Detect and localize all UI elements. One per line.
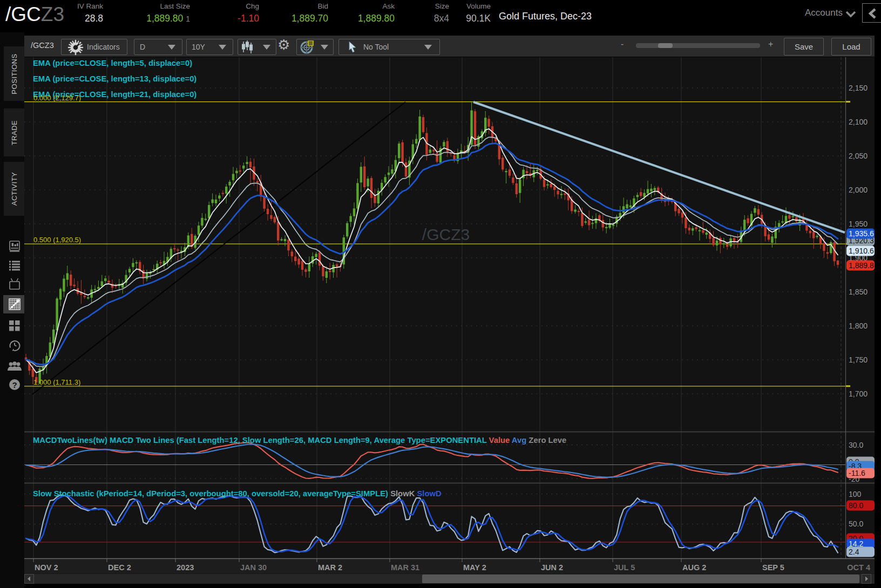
svg-text:1,700: 1,700 — [849, 389, 868, 398]
svg-text:1,750: 1,750 — [849, 355, 868, 364]
svg-text:Slow Stochastic (kPeriod=14, d: Slow Stochastic (kPeriod=14, dPeriod=3, … — [33, 489, 442, 498]
svg-text:DEC 2: DEC 2 — [108, 563, 131, 572]
svg-text:OCT 4: OCT 4 — [847, 563, 870, 572]
svg-text:80.0: 80.0 — [849, 501, 863, 510]
svg-text:MAY 2: MAY 2 — [463, 563, 486, 572]
svg-text:JUL 5: JUL 5 — [614, 563, 635, 572]
svg-text:50.0: 50.0 — [849, 519, 863, 528]
svg-text:100: 100 — [849, 490, 862, 498]
svg-text:SEP 5: SEP 5 — [762, 563, 784, 572]
svg-text:0.000 (2,129.7): 0.000 (2,129.7) — [33, 94, 81, 102]
svg-text:2,100: 2,100 — [849, 118, 868, 126]
svg-text:1,800: 1,800 — [849, 322, 868, 330]
svg-text:1,850: 1,850 — [849, 288, 868, 296]
svg-text:MACDTwoLines(tw) MACD Two Line: MACDTwoLines(tw) MACD Two Lines (Fast Le… — [33, 436, 566, 445]
svg-text:?: ? — [12, 380, 17, 389]
svg-text:-11.6: -11.6 — [849, 469, 865, 477]
svg-text:NOV 2: NOV 2 — [35, 563, 58, 572]
svg-text:MAR 31: MAR 31 — [391, 563, 419, 572]
svg-text:EMA (price=CLOSE, length=5, di: EMA (price=CLOSE, length=5, displace=0) — [33, 59, 192, 67]
svg-text:0.500 (1,920.5): 0.500 (1,920.5) — [33, 236, 81, 244]
svg-text:1.000 (1,711.3): 1.000 (1,711.3) — [33, 378, 80, 386]
svg-text:2,150: 2,150 — [849, 84, 868, 92]
svg-text:2,000: 2,000 — [849, 186, 868, 194]
svg-text:MAR 2: MAR 2 — [318, 563, 342, 572]
svg-text:JUN 2: JUN 2 — [541, 563, 563, 572]
svg-text:2.4: 2.4 — [849, 548, 859, 556]
svg-text:1,889.8: 1,889.8 — [849, 261, 874, 270]
svg-text:JAN 30: JAN 30 — [240, 563, 267, 572]
svg-text:2023: 2023 — [177, 563, 194, 572]
svg-text:1,910.6: 1,910.6 — [849, 247, 874, 255]
svg-text:/GCZ3: /GCZ3 — [422, 225, 470, 243]
svg-text:EMA (price=CLOSE, length=13, d: EMA (price=CLOSE, length=13, displace=0) — [33, 74, 196, 83]
svg-text:AUG 2: AUG 2 — [682, 563, 706, 572]
svg-text:2,050: 2,050 — [849, 152, 868, 160]
svg-text:1,950: 1,950 — [849, 220, 868, 228]
svg-text:30.0: 30.0 — [849, 441, 863, 449]
svg-text:1,935.6: 1,935.6 — [849, 229, 874, 238]
